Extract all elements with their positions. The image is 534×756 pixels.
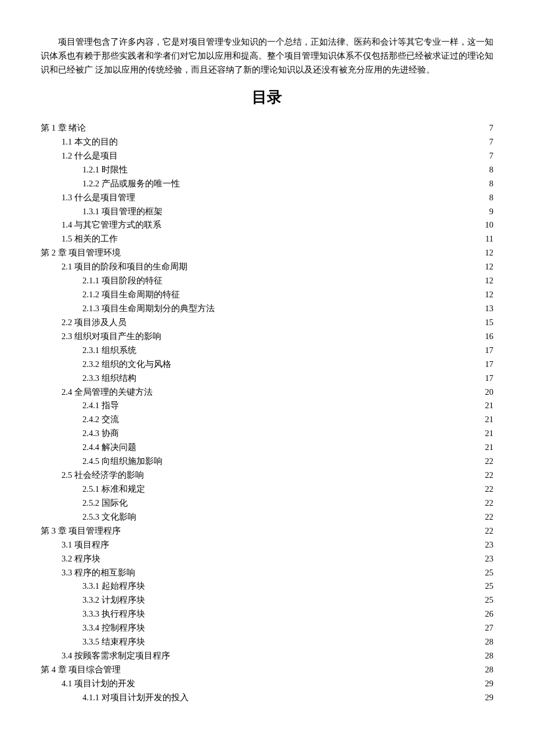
toc-entry-label: 2.3.1 组织系统: [82, 344, 136, 358]
toc-entry-label: 2.5.1 标准和规定: [82, 483, 145, 496]
toc-entry-page: 22: [482, 496, 493, 510]
toc-entry-label: 2.3 组织对项目产生的影响: [62, 330, 161, 344]
toc-entry[interactable]: 第 1 章 绪论7: [41, 121, 493, 135]
toc-entry[interactable]: 1.5 相关的工作11: [41, 232, 493, 246]
toc-entry[interactable]: 2.4 全局管理的关键方法20: [41, 386, 493, 399]
toc-entry[interactable]: 3.4 按顾客需求制定项目程序28: [41, 649, 493, 663]
toc-entry-page: 13: [482, 302, 493, 316]
toc-entry[interactable]: 2.5.2 国际化22: [41, 496, 493, 510]
toc-entry-page: 10: [482, 218, 493, 232]
toc-entry[interactable]: 1.3 什么是项目管理8: [41, 191, 493, 205]
toc-entry-page: 17: [482, 344, 493, 358]
toc-entry-label: 2.4.2 交流: [82, 413, 119, 427]
toc-entry[interactable]: 2.1.2 项目生命周期的特征12: [41, 288, 493, 302]
toc-entry[interactable]: 1.2 什么是项目7: [41, 149, 493, 163]
toc-entry[interactable]: 1.1 本文的目的7: [41, 135, 493, 149]
toc-entry[interactable]: 1.4 与其它管理方式的联系10: [41, 218, 493, 232]
toc-entry-label: 3.3.2 计划程序块: [82, 593, 145, 607]
toc-entry-label: 3.3.5 结束程序块: [82, 635, 145, 649]
toc-entry-label: 2.3.3 组织结构: [82, 372, 136, 386]
toc-entry[interactable]: 2.3.1 组织系统17: [41, 344, 493, 358]
toc-entry-label: 2.5.3 文化影响: [82, 510, 136, 524]
toc-entry-page: 20: [482, 386, 493, 399]
toc-entry-page: 26: [482, 607, 493, 621]
toc-entry-page: 7: [482, 121, 493, 135]
toc-entry-label: 3.1 项目程序: [62, 538, 109, 552]
toc-entry[interactable]: 第 2 章 项目管理环境12: [41, 246, 493, 260]
toc-entry-label: 1.2.1 时限性: [82, 163, 128, 177]
toc-entry-label: 1.1 本文的目的: [62, 135, 118, 149]
toc-entry-label: 3.4 按顾客需求制定项目程序: [62, 649, 170, 663]
toc-entry[interactable]: 4.1 项目计划的开发29: [41, 677, 493, 691]
toc-entry-page: 23: [482, 552, 493, 566]
toc-entry-label: 2.1.1 项目阶段的特征: [82, 274, 163, 288]
toc-entry[interactable]: 第 4 章 项目综合管理28: [41, 663, 493, 677]
toc-entry[interactable]: 3.3.5 结束程序块28: [41, 635, 493, 649]
toc-entry[interactable]: 2.4.4 解决问题21: [41, 441, 493, 455]
toc-entry-label: 2.3.2 组织的文化与风格: [82, 358, 171, 372]
toc-entry[interactable]: 2.1 项目的阶段和项目的生命周期12: [41, 260, 493, 274]
toc-entry[interactable]: 2.1.1 项目阶段的特征12: [41, 274, 493, 288]
toc-entry-page: 21: [482, 427, 493, 441]
toc-entry[interactable]: 1.2.2 产品或服务的唯一性8: [41, 177, 493, 191]
toc-entry-label: 3.3.1 起始程序块: [82, 579, 145, 593]
toc-entry[interactable]: 1.2.1 时限性8: [41, 163, 493, 177]
toc-entry-page: 22: [482, 510, 493, 524]
toc-entry[interactable]: 3.3.3 执行程序块26: [41, 607, 493, 621]
toc-entry-page: 21: [482, 441, 493, 455]
toc-entry-page: 22: [482, 483, 493, 496]
toc-entry-label: 2.1 项目的阶段和项目的生命周期: [62, 260, 187, 274]
toc-entry[interactable]: 4.1.1 对项目计划开发的投入29: [41, 691, 493, 705]
toc-entry-page: 29: [482, 691, 493, 705]
toc-entry[interactable]: 2.1.3 项目生命周期划分的典型方法13: [41, 302, 493, 316]
toc-entry[interactable]: 2.2 项目涉及人员15: [41, 316, 493, 330]
toc-entry-page: 22: [482, 469, 493, 483]
toc-entry[interactable]: 2.4.2 交流21: [41, 413, 493, 427]
toc-entry[interactable]: 2.3.2 组织的文化与风格17: [41, 358, 493, 372]
toc-entry[interactable]: 3.3.4 控制程序块27: [41, 621, 493, 635]
toc-entry[interactable]: 1.3.1 项目管理的框架9: [41, 205, 493, 219]
toc-entry[interactable]: 第 3 章 项目管理程序22: [41, 524, 493, 538]
toc-entry-label: 1.2 什么是项目: [62, 149, 118, 163]
toc-entry-label: 2.4.3 协商: [82, 427, 119, 441]
toc-entry-label: 2.1.2 项目生命周期的特征: [82, 288, 180, 302]
toc-entry-page: 15: [482, 316, 493, 330]
toc-entry-page: 8: [482, 177, 493, 191]
toc-entry[interactable]: 3.2 程序块23: [41, 552, 493, 566]
toc-entry-page: 12: [482, 288, 493, 302]
toc-entry[interactable]: 2.5.1 标准和规定22: [41, 483, 493, 496]
toc-entry[interactable]: 3.3 程序的相互影响25: [41, 566, 493, 580]
toc-entry-page: 8: [482, 191, 493, 205]
toc-entry-label: 3.3 程序的相互影响: [62, 566, 135, 580]
toc-entry-page: 8: [482, 163, 493, 177]
toc-entry-label: 2.4 全局管理的关键方法: [62, 386, 153, 399]
toc-entry-label: 1.5 相关的工作: [62, 232, 118, 246]
toc-entry[interactable]: 2.4.3 协商21: [41, 427, 493, 441]
toc-entry-page: 21: [482, 399, 493, 413]
toc-entry-label: 2.4.4 解决问题: [82, 441, 136, 455]
toc-entry[interactable]: 3.1 项目程序23: [41, 538, 493, 552]
toc-entry-label: 3.3.4 控制程序块: [82, 621, 145, 635]
toc-entry-page: 25: [482, 579, 493, 593]
toc-entry-label: 2.4.1 指导: [82, 399, 119, 413]
intro-paragraph: 项目管理包含了许多内容，它是对项目管理专业知识的一个总结，正如法律、医药和会计等…: [41, 35, 493, 77]
toc-entry-label: 4.1.1 对项目计划开发的投入: [82, 691, 189, 705]
toc-entry[interactable]: 3.3.2 计划程序块25: [41, 593, 493, 607]
toc-entry[interactable]: 2.4.1 指导21: [41, 399, 493, 413]
toc-entry[interactable]: 2.3 组织对项目产生的影响16: [41, 330, 493, 344]
toc-entry-label: 2.1.3 项目生命周期划分的典型方法: [82, 302, 215, 316]
toc-entry-page: 27: [482, 621, 493, 635]
toc-entry-label: 4.1 项目计划的开发: [62, 677, 135, 691]
toc-entry[interactable]: 2.5.3 文化影响22: [41, 510, 493, 524]
toc-entry[interactable]: 2.5 社会经济学的影响22: [41, 469, 493, 483]
toc-heading: 目录: [41, 87, 493, 107]
toc-entry-page: 11: [482, 232, 493, 246]
toc-entry-page: 7: [482, 149, 493, 163]
toc-entry-page: 7: [482, 135, 493, 149]
toc-entry-label: 1.3.1 项目管理的框架: [82, 205, 163, 219]
toc-entry[interactable]: 2.3.3 组织结构17: [41, 372, 493, 386]
toc-entry[interactable]: 2.4.5 向组织施加影响22: [41, 455, 493, 469]
toc-entry[interactable]: 3.3.1 起始程序块25: [41, 579, 493, 593]
toc-entry-page: 22: [482, 524, 493, 538]
toc-entry-page: 22: [482, 455, 493, 469]
